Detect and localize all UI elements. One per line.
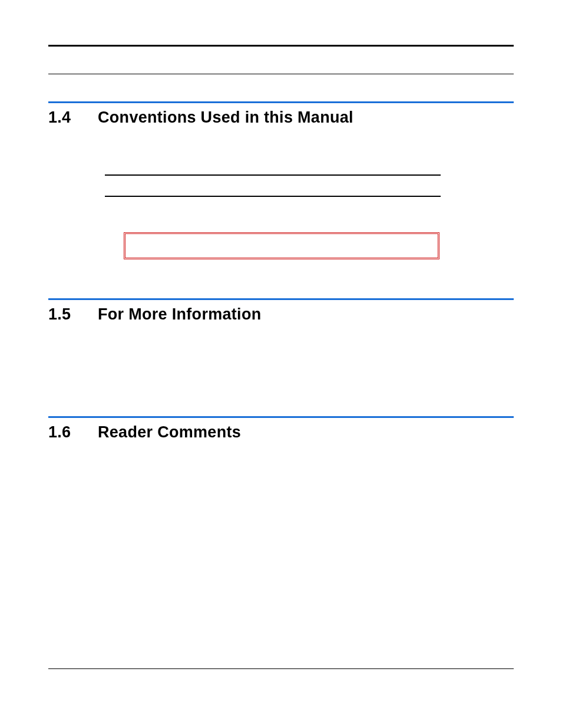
warning-box xyxy=(124,232,439,259)
footer-rule xyxy=(48,668,514,669)
section-number: 1.5 xyxy=(48,305,81,324)
section-heading-1-4: 1.4 Conventions Used in this Manual xyxy=(48,108,514,127)
section-heading-1-6: 1.6 Reader Comments xyxy=(48,423,514,442)
header-rule-secondary xyxy=(48,74,514,74)
note-rule-bottom xyxy=(105,196,441,197)
section-heading-1-5: 1.5 For More Information xyxy=(48,305,514,324)
section-title: For More Information xyxy=(98,305,262,324)
section-title: Conventions Used in this Manual xyxy=(98,108,353,127)
section-number: 1.4 xyxy=(48,108,81,127)
section-divider xyxy=(48,416,514,418)
header-rule-primary xyxy=(48,45,514,47)
section-number: 1.6 xyxy=(48,423,81,442)
section-divider xyxy=(48,298,514,300)
section-divider xyxy=(48,101,514,103)
note-rule-top xyxy=(105,174,441,176)
section-title: Reader Comments xyxy=(98,423,241,442)
document-page: 1.4 Conventions Used in this Manual 1.5 … xyxy=(0,0,562,728)
